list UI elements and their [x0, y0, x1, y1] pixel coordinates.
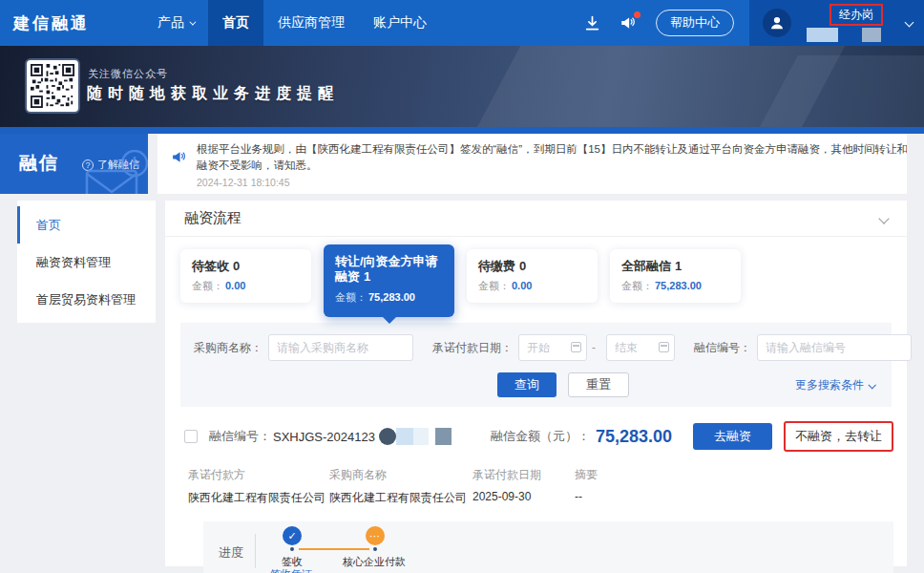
card-transfer-or-finance[interactable]: 转让/向资金方申请融资1 金额：75,283.00 — [324, 244, 454, 317]
card-pending-payment[interactable]: 待缴费0 金额：0.00 — [467, 249, 598, 303]
redacted-number-block — [413, 428, 429, 445]
card-all-rongxin[interactable]: 全部融信1 金额：75,283.00 — [610, 249, 741, 303]
user-role-badge[interactable]: 经办岗 — [830, 4, 883, 26]
rongxin-number-input[interactable] — [757, 334, 912, 361]
chevron-down-icon — [868, 381, 875, 389]
top-nav: 建信融通 产品 首页 供应商管理 账户中心 帮助中心 — [0, 0, 924, 46]
chevron-down-icon — [189, 18, 196, 25]
product-tab-rongxin[interactable]: 融信 ? 了解融信 — [0, 134, 148, 194]
step-pending-ellipsis-icon: ⋯ — [366, 526, 385, 545]
calendar-icon — [571, 342, 581, 352]
record-number-label: 融信编号： — [209, 428, 271, 445]
search-button[interactable]: 查询 — [497, 372, 556, 397]
record-amount-value: 75,283.00 — [596, 427, 672, 447]
filter-box: 采购商名称： 承诺付款日期： - 融信编号： — [180, 323, 892, 407]
main-panel: 融资流程 待签收0 金额：0.00 转让/向资金方申请融资1 金额：75,283… — [165, 201, 907, 566]
redacted-username-block — [807, 28, 838, 42]
notice-bar: 根据平台业务规则，由【陕西化建工程有限责任公司】签发的“融信”，到期日前【15】… — [158, 134, 907, 194]
notification-speaker-icon[interactable] — [620, 14, 637, 32]
record-checkbox[interactable] — [184, 430, 198, 443]
summary-label: 摘要 — [575, 467, 892, 483]
wechat-banner: 关注微信公众号 随时随地获取业务进度提醒 — [0, 46, 924, 127]
record-details: 承诺付款方 陕西化建工程有限责任公司 采购商名称 陕西化建工程有限责任公司 承诺… — [165, 459, 907, 520]
chevron-down-icon[interactable] — [905, 18, 914, 28]
payment-date-label: 承诺付款日期： — [432, 340, 513, 356]
payer-label: 承诺付款方 — [188, 467, 329, 483]
step-done-check-icon: ✓ — [283, 526, 302, 545]
page: 建信融通 产品 首页 供应商管理 账户中心 帮助中心 — [0, 0, 924, 566]
notice-text-line1: 根据平台业务规则，由【陕西化建工程有限责任公司】签发的“融信”，到期日前【15】… — [197, 141, 907, 158]
user-area[interactable]: 经办岗 — [749, 0, 924, 46]
download-icon[interactable] — [584, 15, 600, 32]
product-title: 融信 — [19, 151, 59, 176]
app-logo[interactable]: 建信融通 — [0, 0, 103, 46]
qr-code — [27, 60, 78, 112]
buyer-name-input[interactable] — [268, 334, 413, 361]
nav-item-supplier-mgmt[interactable]: 供应商管理 — [263, 0, 359, 46]
nav-item-products[interactable]: 产品 — [143, 0, 208, 46]
nav-right-tools: 帮助中心 — [584, 0, 749, 46]
section-header: 融资流程 — [165, 201, 907, 237]
payment-date-value: 2025-09-30 — [472, 490, 575, 503]
timeline-dot — [290, 547, 294, 551]
reset-button[interactable]: 重置 — [568, 372, 629, 397]
notice-timestamp: 2024-12-31 18:10:45 — [197, 177, 907, 188]
help-center-button[interactable]: 帮助中心 — [656, 10, 734, 36]
qr-caption: 关注微信公众号 — [88, 67, 168, 81]
payment-date-label: 承诺付款日期 — [472, 467, 575, 483]
no-finance-transfer-button[interactable]: 不融资，去转让 — [784, 421, 893, 452]
nav-item-account-center[interactable]: 账户中心 — [359, 0, 441, 46]
step-core-payment-label: 核心企业付款 — [343, 555, 406, 569]
notification-badge — [634, 11, 640, 18]
payer-value: 陕西化建工程有限责任公司 — [188, 490, 329, 506]
nav-item-home[interactable]: 首页 — [208, 0, 263, 46]
buyer-label: 采购商名称 — [329, 467, 472, 483]
main-nav: 产品 首页 供应商管理 账户中心 — [143, 0, 441, 46]
timeline-dot — [373, 547, 377, 551]
more-search-conditions-link[interactable]: 更多搜索条件 — [795, 377, 874, 393]
redacted-username-block — [862, 28, 881, 42]
divider — [255, 534, 256, 568]
sidebar-item-home[interactable]: 首页 — [17, 206, 156, 244]
redacted-number-block — [396, 428, 413, 445]
record-number-value: SXHJGS-2024123 — [273, 430, 375, 444]
announcement-speaker-icon — [171, 149, 187, 165]
progress-box: 进度 ✓ ⋯ 签收 核心企业付款 签收凭证 — [203, 521, 893, 573]
sign-receipt-link[interactable]: 签收凭证 — [270, 567, 312, 573]
progress-rail — [299, 548, 369, 550]
summary-value: -- — [575, 490, 892, 503]
banner-slogan: 随时随地获取业务进度提醒 — [87, 84, 339, 104]
envelope-clock-decoration-icon — [81, 150, 148, 194]
rongxin-number-label: 融信编号： — [694, 340, 751, 356]
section-title: 融资流程 — [184, 209, 242, 227]
product-ribbon: 融信 ? 了解融信 根据平台业务规则，由【陕西化建工程有限责任公司】签发的“融信… — [0, 127, 924, 194]
sidebar-item-trade-materials[interactable]: 首层贸易资料管理 — [17, 281, 156, 318]
record-amount-label: 融信金额（元）： — [491, 428, 590, 445]
redacted-number-block — [435, 428, 452, 445]
sidebar: 首页 融资资料管理 首层贸易资料管理 — [17, 201, 156, 323]
buyer-name-label: 采购商名称： — [194, 340, 262, 356]
calendar-icon — [659, 342, 669, 352]
progress-label: 进度 — [219, 544, 243, 562]
status-cards: 待签收0 金额：0.00 转让/向资金方申请融资1 金额：75,283.00 待… — [165, 237, 907, 321]
content: 首页 融资资料管理 首层贸易资料管理 融资流程 待签收0 金额：0.00 转让/… — [0, 194, 924, 566]
date-separator: - — [592, 341, 596, 354]
user-avatar-icon[interactable] — [763, 9, 791, 37]
collapse-chevron-icon[interactable] — [878, 213, 889, 223]
buyer-value: 陕西化建工程有限责任公司 — [329, 490, 472, 506]
redacted-number-block — [379, 428, 396, 445]
notice-text-line2: 融资不受影响，请知悉。 — [197, 158, 907, 174]
go-finance-button[interactable]: 去融资 — [693, 423, 772, 450]
card-pending-sign[interactable]: 待签收0 金额：0.00 — [180, 249, 311, 303]
sidebar-item-financing-materials[interactable]: 融资资料管理 — [17, 244, 156, 281]
record-row: 融信编号： SXHJGS-2024123 融信金额（元）： 75,283.00 … — [165, 407, 907, 459]
